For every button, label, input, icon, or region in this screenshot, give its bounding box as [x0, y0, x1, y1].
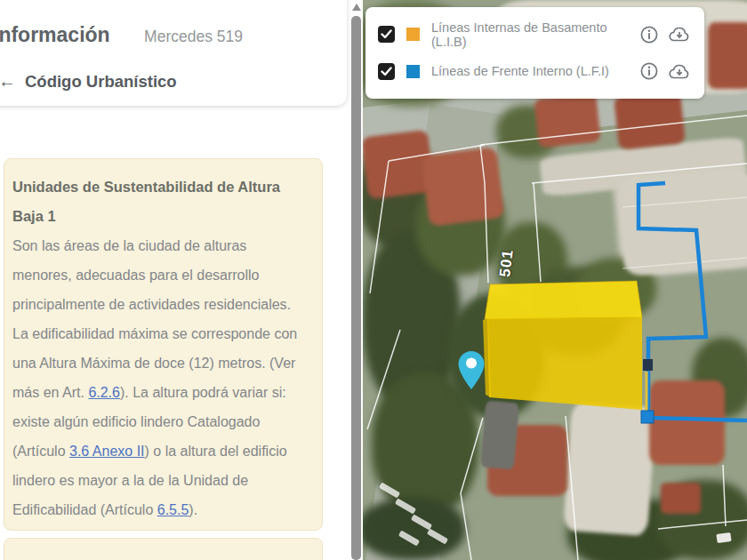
legend-label: Líneas de Frente Interno (L.F.I): [431, 64, 631, 78]
info-card-body: Son las áreas de la ciudad de alturas me…: [12, 231, 309, 524]
scrollbar-up-icon[interactable]: [352, 4, 361, 11]
parcel-name: Mercedes 519: [144, 28, 243, 46]
info-icon[interactable]: [639, 25, 659, 44]
download-cloud-icon[interactable]: [668, 25, 692, 44]
legend-label: Líneas Internas de Basamento (L.I.B): [431, 20, 631, 49]
lib-label-box: [643, 359, 653, 371]
info-card-title: Unidades de Sustentabilidad de Altura Ba…: [12, 172, 309, 231]
legend-row-lfi: Líneas de Frente Interno (L.F.I): [378, 55, 692, 87]
layers-legend: Líneas Internas de Basamento (L.I.B) Lín…: [365, 7, 704, 99]
app-window: Información Mercedes 519 ← Código Urbaní…: [0, 0, 747, 560]
map-canvas[interactable]: 501 Líneas Internas de Basamento (L.I.B): [363, 0, 747, 560]
article-link[interactable]: 6.5.5: [157, 502, 189, 517]
lib-color-swatch: [406, 28, 420, 41]
panel-scrollbar[interactable]: [349, 0, 363, 560]
info-panel: Información Mercedes 519 ← Código Urbaní…: [0, 0, 363, 560]
next-info-card: [4, 538, 323, 560]
info-card: Unidades de Sustentabilidad de Altura Ba…: [4, 158, 323, 531]
back-arrow-icon: ←: [0, 71, 16, 92]
article-link[interactable]: 6.2.6: [88, 385, 120, 400]
scrollbar-thumb[interactable]: [351, 16, 361, 560]
highlighted-building-footprint[interactable]: [483, 281, 642, 410]
location-pin-icon[interactable]: [457, 350, 486, 391]
article-link[interactable]: 3.6 Anexo II: [69, 444, 145, 459]
back-button-label: Código Urbanístico: [25, 72, 177, 92]
panel-header: Información Mercedes 519 ← Código Urbaní…: [0, 0, 347, 106]
info-icon[interactable]: [639, 61, 659, 81]
lfi-node-marker[interactable]: [641, 411, 654, 423]
back-button[interactable]: ← Código Urbanístico: [0, 71, 177, 92]
legend-row-lib: Líneas Internas de Basamento (L.I.B): [378, 19, 692, 51]
lfi-color-swatch: [406, 65, 420, 78]
page-title: Información: [0, 23, 110, 47]
checkbox-lib[interactable]: [378, 26, 395, 43]
checkbox-lfi[interactable]: [378, 63, 395, 80]
download-cloud-icon[interactable]: [668, 62, 692, 81]
lfi-line[interactable]: [639, 183, 747, 420]
